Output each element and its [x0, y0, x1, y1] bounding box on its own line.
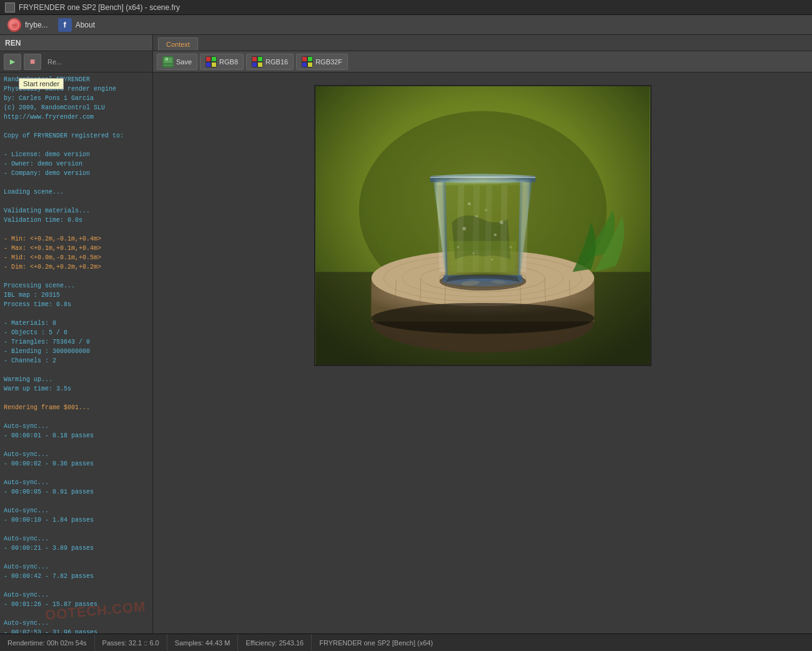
efficiency-item: Efficiency: 2543.16 — [238, 634, 312, 651]
save-icon — [162, 56, 174, 67]
save-button[interactable]: Save — [157, 54, 197, 70]
status-bar: Rendertime: 00h 02m 54s Passes: 32.1 :: … — [0, 634, 812, 651]
log-line: Warm up time: 3.5s — [4, 384, 149, 394]
rendertime-label: Rendertime: — [7, 639, 45, 647]
rgb16-button[interactable]: RGB16 — [246, 54, 294, 70]
toolbar-bar: Save RGB8 — [153, 51, 812, 72]
rgb32f-icon — [302, 56, 313, 67]
log-line: - Dim: <+0.2m,+0.2m,+0.2m> — [4, 262, 149, 272]
rgb32f-label: RGB32F — [315, 58, 342, 66]
log-line — [4, 412, 149, 422]
log-line — [4, 525, 149, 534]
log-line: Auto-sync... — [4, 478, 149, 487]
log-line — [4, 469, 149, 478]
passes-value: 32.1 :: 6.0 — [129, 639, 159, 647]
log-line: - 00:00:02 - 0.36 passes — [4, 459, 149, 469]
ren-tab-label: REN — [5, 39, 21, 47]
svg-rect-12 — [258, 57, 262, 61]
app-name: FRYRENDER one SP2 [Bench] (x64) — [319, 639, 433, 647]
svg-point-48 — [499, 221, 503, 224]
log-line: Auto-sync... — [4, 450, 149, 459]
log-line: - Materials: 8 — [4, 319, 149, 328]
rgb32f-button[interactable]: RGB32F — [296, 54, 348, 70]
svg-point-52 — [467, 202, 470, 206]
window-icon — [5, 2, 15, 12]
controls-bar: ▶ ■ Re... — [0, 51, 152, 72]
svg-point-47 — [472, 252, 474, 254]
log-line: - 00:00:21 - 3.89 passes — [4, 544, 149, 553]
log-line: - Mid: <+0.0m,-0.1m,+0.5m> — [4, 253, 149, 262]
log-line: by: Carles Pons i Garcia — [4, 94, 149, 103]
log-line: Loading scene... — [4, 187, 149, 197]
left-panel: REN ▶ ■ Re... Start render RandomControl… — [0, 35, 153, 634]
log-line: - 00:02:53 - 31.96 passes — [4, 628, 149, 634]
log-line — [4, 553, 149, 562]
log-line: - Max: <+0.1m,+0.1m,+0.4m> — [4, 244, 149, 253]
samples-value: 44.43 M — [205, 639, 230, 647]
rendertime-value: 00h 02m 54s — [47, 639, 87, 647]
svg-point-46 — [484, 209, 487, 211]
svg-point-44 — [475, 215, 478, 217]
log-line — [4, 309, 149, 319]
menu-item-frybe[interactable]: frybe... — [2, 16, 53, 34]
log-line: Auto-sync... — [4, 422, 149, 431]
log-area: RandomControl FRYRENDERPhysically-based … — [0, 72, 152, 634]
log-line: Auto-sync... — [4, 534, 149, 544]
log-line: IBL map : 20315 — [4, 291, 149, 300]
rgb16-label: RGB16 — [265, 58, 288, 66]
log-line: http://www.fryrender.com — [4, 112, 149, 122]
svg-point-39 — [371, 303, 594, 334]
log-line — [4, 197, 149, 206]
svg-rect-8 — [206, 62, 210, 67]
svg-rect-14 — [258, 62, 262, 67]
svg-rect-13 — [252, 62, 257, 67]
rgb8-button[interactable]: RGB8 — [200, 54, 244, 70]
log-line — [4, 225, 149, 234]
log-line — [4, 141, 149, 150]
svg-rect-18 — [302, 62, 307, 67]
play-button[interactable]: ▶ — [4, 54, 21, 70]
passes-item: Passes: 32.1 :: 6.0 — [95, 634, 167, 651]
ren-tab[interactable]: REN — [0, 35, 152, 51]
log-line — [4, 394, 149, 403]
samples-item: Samples: 44.43 M — [167, 634, 239, 651]
log-line — [4, 178, 149, 187]
rgb16-icon — [252, 56, 263, 67]
svg-rect-4 — [164, 64, 172, 66]
right-panel: Context Save — [153, 35, 812, 634]
log-line — [4, 440, 149, 450]
svg-point-51 — [491, 259, 493, 261]
context-tab[interactable]: Context — [158, 37, 198, 51]
render-label: Re... — [44, 57, 66, 67]
svg-rect-9 — [212, 62, 216, 67]
svg-point-49 — [509, 246, 512, 249]
passes-label: Passes: — [102, 639, 127, 647]
log-line: - Channels : 2 — [4, 356, 149, 365]
context-tab-bar: Context — [153, 35, 812, 51]
svg-rect-7 — [212, 57, 216, 61]
log-line: - Company: demo version — [4, 169, 149, 178]
stop-button[interactable]: ■ — [24, 54, 41, 70]
log-line: Validation time: 0.0s — [4, 216, 149, 225]
svg-rect-19 — [308, 62, 312, 67]
log-line: Processing scene... — [4, 281, 149, 291]
log-line: Process time: 0.8s — [4, 300, 149, 309]
rendertime-item: Rendertime: 00h 02m 54s — [0, 634, 95, 651]
svg-point-43 — [462, 227, 466, 231]
log-line: - Owner: demo version — [4, 159, 149, 169]
log-line — [4, 365, 149, 375]
svg-rect-17 — [308, 57, 312, 61]
log-line: - 00:00:42 - 7.82 passes — [4, 572, 149, 581]
svg-rect-3 — [166, 57, 168, 61]
log-line: - Triangles: 753643 / 0 — [4, 337, 149, 347]
log-line: - Min: <+0.2m,-0.1m,+0.4m> — [4, 234, 149, 244]
log-line: Warming up... — [4, 375, 149, 384]
efficiency-value: 2543.16 — [279, 639, 304, 647]
menu-item-about[interactable]: f About — [53, 16, 100, 34]
log-line: - 00:00:10 - 1.84 passes — [4, 515, 149, 525]
log-line: Auto-sync... — [4, 562, 149, 572]
frybe-logo — [7, 18, 21, 32]
save-label: Save — [176, 58, 192, 66]
efficiency-label: Efficiency: — [245, 639, 277, 647]
svg-point-50 — [457, 246, 459, 249]
